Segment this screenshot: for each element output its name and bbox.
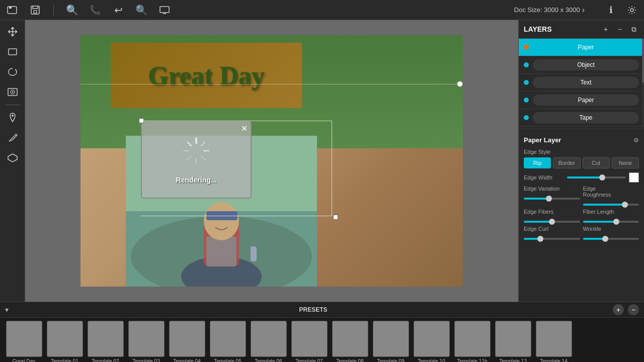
home-icon[interactable]: [5, 3, 19, 17]
svg-line-27: [201, 142, 205, 146]
preset-item-template-07[interactable]: Template 07: [290, 321, 328, 362]
canvas-content: Great Day: [80, 35, 463, 287]
canvas-area[interactable]: Great Day: [25, 20, 518, 302]
layer-item-tape[interactable]: Tape: [519, 109, 644, 127]
preset-label-template-09: Template 09: [377, 358, 404, 362]
preset-thumb-template-13: [495, 321, 531, 357]
selection-handle-br[interactable]: [333, 215, 338, 220]
preset-item-template-08[interactable]: Template 08: [331, 321, 369, 362]
add-preset-btn[interactable]: +: [613, 304, 624, 315]
svg-point-9: [12, 92, 13, 93]
settings-icon[interactable]: [625, 3, 639, 17]
layer-btn-paper-bottom[interactable]: Paper: [533, 95, 639, 106]
svg-point-18: [204, 202, 239, 240]
edge-style-row: Rip Border Cut None: [524, 157, 639, 168]
layers-actions: + − ⧉: [601, 24, 639, 34]
presets-header: ▾ PRESETS + −: [0, 302, 644, 318]
layer-btn-tape[interactable]: Tape: [533, 112, 639, 123]
zoom-out-icon[interactable]: 🔍: [134, 3, 148, 17]
edge-fibers-track[interactable]: [524, 221, 580, 223]
preset-label-template-13: Template 13: [499, 358, 526, 362]
preset-label-template-06: Template 06: [255, 358, 282, 362]
preset-item-template-06[interactable]: Template 06: [250, 321, 287, 362]
preset-item-template-03[interactable]: Template 03: [127, 321, 165, 362]
remove-layer-btn[interactable]: −: [615, 24, 625, 34]
edge-curl-track[interactable]: [524, 238, 580, 240]
preset-label-template-07: Template 07: [295, 358, 323, 362]
photo-tool[interactable]: [5, 84, 20, 100]
layer-item-paper-top[interactable]: Paper: [519, 39, 644, 56]
preset-item-template-10[interactable]: Template 10: [413, 321, 450, 362]
preset-item-template-13[interactable]: Template 13: [494, 321, 532, 362]
edge-width-track[interactable]: [567, 176, 626, 178]
edge-width-row: Edge Width: [524, 172, 639, 183]
preset-item-template-11b[interactable]: Template 11b: [453, 321, 491, 362]
layer-item-paper-bottom[interactable]: Paper: [519, 92, 644, 109]
svg-line-28: [188, 156, 192, 160]
layer-item-text[interactable]: Text: [519, 74, 644, 92]
fiber-length-track[interactable]: [583, 221, 639, 223]
preset-item-template-01[interactable]: Template 01: [46, 321, 84, 362]
edge-curl-label: Edge Curl: [524, 226, 564, 232]
pin-tool[interactable]: [5, 110, 20, 125]
selection-handle-right[interactable]: [457, 81, 463, 87]
preset-label-template-01: Template 01: [51, 358, 78, 362]
edge-roughness-track[interactable]: [583, 204, 639, 206]
move-tool[interactable]: [5, 24, 20, 39]
layer-btn-text[interactable]: Text: [533, 77, 639, 88]
layer-item-object[interactable]: Object: [519, 56, 644, 74]
edge-variation-track[interactable]: [524, 198, 580, 200]
edge-btn-border[interactable]: Border: [553, 157, 580, 168]
preset-thumb-template-06: [251, 321, 287, 357]
presets-panel: ▾ PRESETS + − Great DayTemplate 01Templa…: [0, 302, 644, 362]
zoom-in-icon[interactable]: 🔍: [65, 3, 79, 17]
preset-item-template-02[interactable]: Template 02: [87, 321, 124, 362]
phone-icon[interactable]: 📞: [88, 3, 102, 17]
layer-btn-paper-top[interactable]: Paper: [533, 42, 639, 53]
selection-line-extended: [80, 84, 463, 84]
doc-size-arrow[interactable]: ›: [582, 6, 585, 15]
svg-rect-3: [34, 11, 37, 13]
rendering-close-btn[interactable]: ✕: [241, 124, 248, 133]
canvas-bg: Great Day: [80, 35, 463, 287]
left-toolbar: [0, 20, 25, 302]
rectangle-tool[interactable]: [5, 44, 20, 59]
edge-btn-rip[interactable]: Rip: [524, 157, 551, 168]
pen-tool[interactable]: [5, 130, 20, 145]
layer-btn-object[interactable]: Object: [533, 59, 639, 70]
rendering-text: Rendering...: [176, 176, 217, 184]
paper-layer-settings-icon[interactable]: ⚙: [633, 137, 639, 144]
svg-marker-11: [8, 154, 17, 162]
wrinkle-track[interactable]: [583, 238, 639, 240]
svg-rect-38: [373, 321, 409, 356]
add-layer-btn[interactable]: +: [601, 24, 611, 34]
preset-thumb-template-11b: [454, 321, 491, 357]
preset-thumb-template-09: [373, 321, 409, 357]
presets-toggle-btn[interactable]: ▾: [5, 306, 9, 314]
shape-tool[interactable]: [5, 150, 20, 165]
preset-item-template-09[interactable]: Template 09: [372, 321, 410, 362]
info-icon[interactable]: ℹ: [604, 3, 618, 17]
remove-preset-btn[interactable]: −: [628, 304, 639, 315]
fiber-length-col: Fiber Length: [583, 209, 639, 223]
svg-rect-42: [536, 321, 572, 356]
edge-btn-cut[interactable]: Cut: [583, 157, 610, 168]
svg-rect-6: [9, 49, 17, 55]
layers-header: LAYERS + − ⧉: [519, 20, 644, 39]
presets-scroll[interactable]: Great DayTemplate 01Template 02Template …: [0, 318, 644, 362]
edge-color-swatch[interactable]: [629, 172, 639, 183]
screen-icon[interactable]: [157, 3, 172, 17]
redo-icon[interactable]: ↪: [111, 3, 125, 17]
edge-btn-none[interactable]: None: [612, 157, 639, 168]
preset-thumb-template-07: [291, 321, 328, 357]
preset-thumb-great-day: [6, 321, 42, 357]
save-icon[interactable]: [28, 3, 42, 17]
preset-item-template-14[interactable]: Template 14: [535, 321, 573, 362]
svg-rect-41: [496, 321, 531, 356]
lasso-tool[interactable]: [5, 64, 20, 79]
preset-item-template-05[interactable]: Template 05: [209, 321, 247, 362]
preset-item-template-04[interactable]: Template 04: [168, 321, 206, 362]
copy-layer-btn[interactable]: ⧉: [629, 24, 639, 34]
doc-size-display: Doc Size: 3000 x 3000 ›: [514, 6, 585, 15]
preset-item-great-day[interactable]: Great Day: [5, 321, 43, 362]
